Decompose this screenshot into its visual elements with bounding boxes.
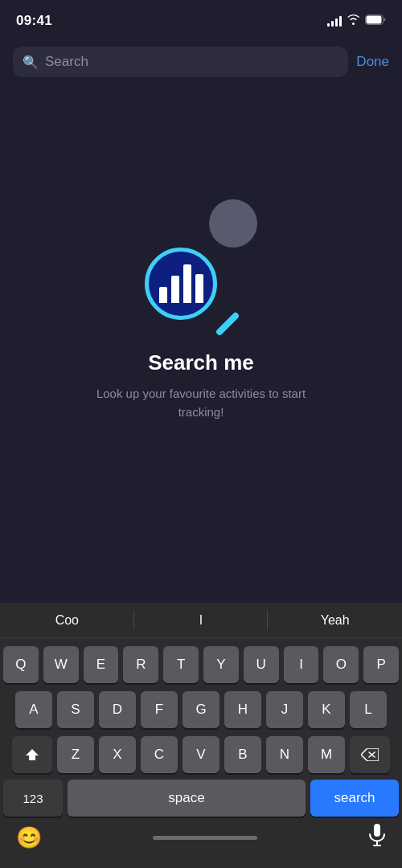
magnifier-handle: [215, 311, 240, 336]
status-bar: 09:41: [0, 0, 402, 39]
space-key[interactable]: space: [68, 780, 306, 817]
wifi-icon: [347, 14, 360, 28]
key-o[interactable]: O: [323, 646, 359, 683]
key-b[interactable]: B: [224, 736, 261, 773]
key-row-3: Z X C V B N M: [3, 736, 399, 773]
empty-state-subtitle: Look up your favourite activities to sta…: [88, 385, 314, 421]
battery-icon: [365, 14, 386, 28]
key-d[interactable]: D: [99, 691, 136, 728]
emoji-button[interactable]: 😊: [16, 825, 42, 850]
key-s[interactable]: S: [57, 691, 94, 728]
bottom-key-row: 123 space search: [0, 780, 402, 817]
key-rows: Q W E R T Y U I O P A S D F G H J K L: [0, 638, 402, 776]
key-n[interactable]: N: [266, 736, 303, 773]
search-area: 🔍 Done: [0, 39, 402, 85]
key-f[interactable]: F: [141, 691, 178, 728]
status-time: 09:41: [16, 13, 52, 29]
key-u[interactable]: U: [244, 646, 279, 683]
key-j[interactable]: J: [266, 691, 303, 728]
main-content: Search me Look up your favourite activit…: [0, 85, 402, 519]
key-l[interactable]: L: [350, 691, 387, 728]
key-w[interactable]: W: [43, 646, 79, 683]
keyboard: Coo I Yeah Q W E R T Y U I O P A S D F G…: [0, 603, 402, 868]
mic-button[interactable]: [368, 824, 386, 851]
key-row-1: Q W E R T Y U I O P: [3, 646, 399, 683]
numbers-key[interactable]: 123: [3, 780, 63, 817]
key-c[interactable]: C: [141, 736, 178, 773]
empty-state-title: Search me: [148, 350, 254, 375]
shift-key[interactable]: [12, 736, 52, 773]
grey-circle-decoration: [209, 199, 257, 248]
backspace-key[interactable]: [350, 736, 390, 773]
bar-chart-icon: [159, 264, 203, 303]
search-input-wrapper[interactable]: 🔍: [13, 47, 348, 77]
key-row-2: A S D F G H J K L: [3, 691, 399, 728]
key-t[interactable]: T: [163, 646, 199, 683]
magnifier-icon: [145, 248, 217, 320]
suggestion-yeah[interactable]: Yeah: [268, 603, 402, 637]
magnifier-glass: [145, 248, 217, 320]
home-indicator: [153, 836, 257, 840]
key-g[interactable]: G: [183, 691, 219, 728]
suggestions-row: Coo I Yeah: [0, 603, 402, 638]
key-m[interactable]: M: [308, 736, 345, 773]
search-key[interactable]: search: [310, 780, 399, 817]
suggestion-i[interactable]: I: [134, 603, 269, 637]
search-input[interactable]: [45, 54, 338, 70]
search-icon: 🔍: [23, 55, 39, 70]
bottom-bar-row: 😊: [0, 817, 402, 852]
illustration: [137, 199, 265, 328]
key-a[interactable]: A: [15, 691, 52, 728]
svg-rect-1: [367, 16, 382, 24]
key-h[interactable]: H: [224, 691, 261, 728]
key-z[interactable]: Z: [57, 736, 94, 773]
key-e[interactable]: E: [84, 646, 119, 683]
signal-icon: [327, 15, 342, 27]
key-y[interactable]: Y: [203, 646, 239, 683]
key-r[interactable]: R: [123, 646, 158, 683]
key-q[interactable]: Q: [3, 646, 39, 683]
key-i[interactable]: I: [284, 646, 319, 683]
key-x[interactable]: X: [99, 736, 136, 773]
svg-rect-4: [374, 824, 380, 837]
suggestion-coo[interactable]: Coo: [0, 603, 134, 637]
key-k[interactable]: K: [308, 691, 345, 728]
key-v[interactable]: V: [183, 736, 219, 773]
status-icons: [327, 14, 386, 28]
key-p[interactable]: P: [363, 646, 399, 683]
done-button[interactable]: Done: [356, 51, 389, 73]
